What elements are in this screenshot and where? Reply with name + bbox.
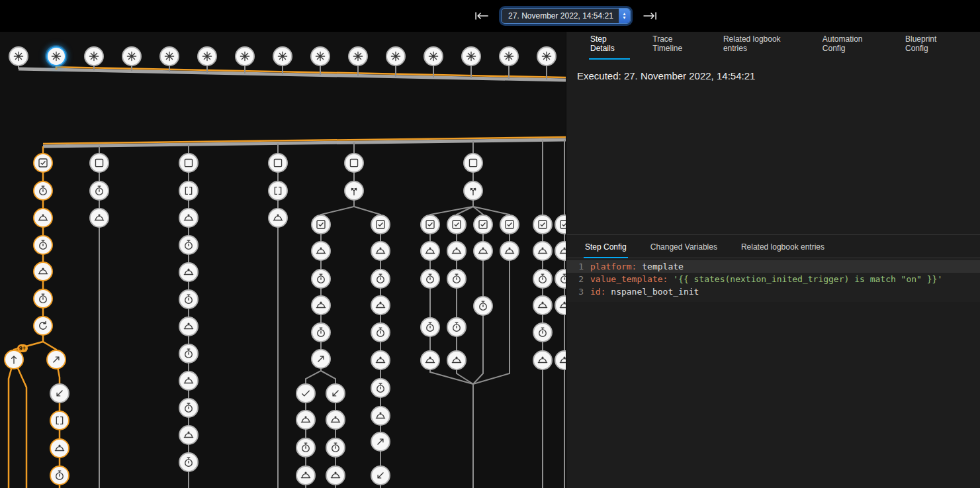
tab-related-logbook-entries[interactable]: Related logbook entries (711, 32, 811, 54)
trace-node-timer[interactable] (326, 438, 345, 458)
trigger-node[interactable] (537, 46, 557, 66)
trigger-node[interactable] (197, 46, 217, 66)
trace-node-repeat[interactable] (33, 316, 53, 336)
trace-node-service[interactable] (371, 295, 390, 315)
trace-node-service[interactable] (33, 208, 53, 228)
trace-node-timer[interactable] (33, 289, 53, 309)
trace-node-brackets[interactable] (268, 181, 288, 201)
trace-node-timer[interactable] (371, 322, 390, 342)
trace-node-checkbox[interactable] (447, 215, 467, 234)
trace-node-square[interactable] (268, 153, 288, 173)
trace-node-timer[interactable] (89, 181, 109, 201)
trace-node-timer[interactable] (473, 296, 493, 316)
trace-node-service[interactable] (326, 465, 345, 485)
tab-automation-config[interactable]: Automation Config (811, 32, 893, 54)
trace-node-service[interactable] (296, 410, 316, 430)
tab-changed-variables[interactable]: Changed Variables (639, 235, 729, 258)
trace-node-timer[interactable] (179, 289, 199, 309)
trace-node-arrow-up-right[interactable] (46, 350, 66, 369)
trace-node-square[interactable] (344, 153, 364, 173)
trigger-node[interactable] (159, 46, 179, 66)
trigger-node[interactable] (461, 46, 481, 66)
trace-node-service[interactable] (473, 241, 493, 261)
trace-node-checkbox[interactable] (500, 215, 519, 234)
step-config-code-editor[interactable]: 1platform: template2value_template: '{{ … (566, 258, 980, 302)
trace-node-square[interactable] (89, 153, 109, 173)
trace-node-timer[interactable] (179, 344, 199, 364)
trigger-node[interactable] (423, 46, 443, 66)
trigger-node[interactable] (273, 46, 292, 66)
trace-node-timer[interactable] (371, 269, 390, 289)
trace-node-service[interactable] (420, 241, 440, 261)
tab-blueprint-config[interactable]: Blueprint Config (893, 32, 968, 54)
trace-node-service[interactable] (533, 350, 553, 370)
trace-node-service[interactable] (33, 262, 53, 281)
trigger-node[interactable] (386, 46, 406, 66)
trace-node-checkbox[interactable] (473, 215, 493, 234)
trace-node-service[interactable] (179, 262, 199, 282)
trace-node-arrow-down-left[interactable] (326, 383, 345, 403)
next-run-button[interactable] (641, 10, 658, 22)
trace-node-brackets[interactable] (179, 181, 199, 201)
trace-node-timer[interactable] (33, 181, 53, 201)
trace-node-timer[interactable] (311, 322, 331, 342)
trace-node-service[interactable] (326, 410, 345, 430)
trace-node-timer[interactable] (179, 452, 199, 472)
tab-related-logbook-entries[interactable]: Related logbook entries (729, 235, 836, 258)
trace-node-timer[interactable] (447, 317, 467, 337)
trace-node-service[interactable] (500, 241, 519, 261)
trace-node-service[interactable] (371, 406, 390, 426)
tab-step-details[interactable]: Step Details (578, 32, 641, 54)
trigger-node[interactable] (348, 46, 368, 66)
trigger-node[interactable] (499, 46, 519, 66)
trigger-node[interactable] (46, 46, 66, 66)
trace-node-timer[interactable] (179, 235, 199, 255)
trace-node-service[interactable] (447, 241, 467, 261)
trace-node-service[interactable] (420, 350, 440, 370)
previous-run-button[interactable] (473, 10, 490, 22)
trace-node-arrow-up-right[interactable] (371, 432, 390, 452)
trigger-node[interactable] (84, 46, 104, 66)
tab-step-config[interactable]: Step Config (573, 235, 639, 258)
trace-node-timer[interactable] (420, 317, 440, 337)
trace-node-service[interactable] (371, 241, 390, 261)
trace-node-timer[interactable] (50, 465, 69, 485)
trace-node-split[interactable] (463, 181, 483, 201)
trace-node-service[interactable] (179, 371, 199, 391)
trace-node-square[interactable] (463, 153, 483, 173)
trace-node-checkbox[interactable] (33, 153, 53, 173)
trace-node-timer[interactable] (296, 438, 316, 458)
trace-node-arrow-up-right[interactable] (311, 349, 331, 369)
trace-node-service[interactable] (533, 295, 553, 315)
trigger-node[interactable] (235, 46, 255, 66)
trace-node-timer[interactable] (420, 269, 440, 289)
trace-node-service[interactable] (447, 350, 467, 370)
trace-node-service[interactable] (311, 241, 331, 261)
trace-node-check[interactable] (296, 383, 316, 403)
trace-node-brackets[interactable] (50, 411, 69, 430)
trace-node-timer[interactable] (447, 269, 467, 289)
trigger-node[interactable] (310, 46, 330, 66)
trace-node-service[interactable] (179, 425, 199, 445)
trace-node-service[interactable] (268, 208, 288, 228)
trace-node-service[interactable] (311, 295, 331, 315)
trace-node-checkbox[interactable] (311, 215, 331, 234)
trace-node-arrow-down-left[interactable] (371, 465, 390, 485)
trigger-node[interactable] (122, 46, 142, 66)
trace-node-service[interactable] (89, 208, 109, 228)
trace-node-square[interactable] (179, 153, 199, 173)
trace-node-timer[interactable] (33, 235, 53, 255)
trace-node-split[interactable] (344, 181, 364, 201)
trigger-node[interactable] (9, 46, 28, 66)
trace-node-timer[interactable] (371, 378, 390, 398)
trace-node-service[interactable] (50, 438, 69, 458)
run-select[interactable]: 27. November 2022, 14:54:21 ▲▼ (501, 8, 631, 24)
trace-node-service[interactable] (533, 241, 553, 261)
trace-node-timer[interactable] (533, 322, 553, 342)
trace-node-checkbox[interactable] (420, 215, 440, 234)
trace-node-service[interactable] (371, 350, 390, 370)
trace-node-timer[interactable] (311, 269, 331, 289)
trace-node-arrow-up[interactable]: 9+ (4, 350, 24, 369)
trace-node-timer[interactable] (533, 269, 553, 289)
trace-node-checkbox[interactable] (371, 215, 390, 234)
